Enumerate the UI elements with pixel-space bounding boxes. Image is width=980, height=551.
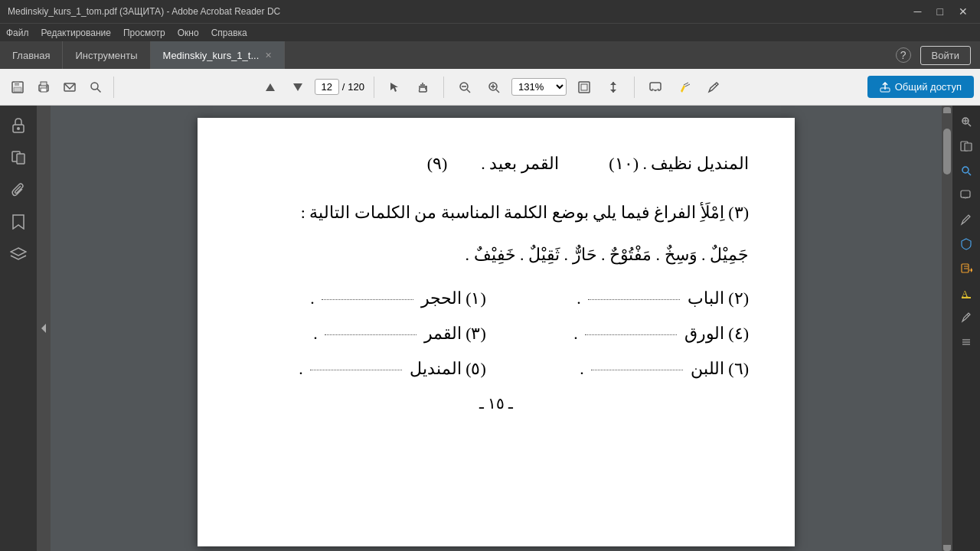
main-area: المنديل نظيف . (١٠) القمر بعيد . (٩) (٣)… bbox=[0, 106, 980, 551]
svg-marker-50 bbox=[971, 268, 972, 272]
toolbar-separator-2 bbox=[374, 77, 374, 98]
menu-edit[interactable]: Редактирование bbox=[41, 28, 111, 38]
right-more-icon[interactable] bbox=[955, 331, 978, 354]
search-button[interactable] bbox=[84, 77, 107, 97]
tabbar: Главная Инструменты Medinskiy_kurs_1_t..… bbox=[0, 41, 980, 69]
menu-window[interactable]: Окно bbox=[178, 28, 199, 38]
svg-rect-45 bbox=[961, 191, 970, 197]
tab-tools-label: Инструменты bbox=[75, 50, 137, 61]
svg-line-28 bbox=[715, 84, 717, 86]
menu-file[interactable]: Файл bbox=[6, 28, 29, 38]
menu-view[interactable]: Просмотр bbox=[123, 28, 165, 38]
prev-page-button[interactable] bbox=[260, 78, 281, 96]
svg-line-53 bbox=[967, 315, 969, 316]
svg-line-27 bbox=[685, 84, 690, 86]
toolbar-separator-3 bbox=[443, 77, 444, 98]
right-draw-icon[interactable] bbox=[955, 306, 978, 329]
sidebar-layers-icon[interactable] bbox=[5, 240, 32, 268]
zoom-out-button[interactable] bbox=[453, 77, 476, 97]
svg-rect-33 bbox=[17, 154, 24, 164]
next-page-button[interactable] bbox=[287, 78, 309, 96]
pdf-word-list: جَمِيْلٌ . وَسِخٌ . مَفْتُوْحٌ . حَارٌّ … bbox=[243, 240, 749, 270]
titlebar-title: Medinskiy_kurs_1_tom.pdf (ЗАЩИТА) - Adob… bbox=[8, 6, 280, 17]
svg-rect-52 bbox=[962, 297, 971, 298]
pdf-page-number: ـ ١٥ ـ bbox=[243, 394, 749, 412]
restore-button[interactable]: □ bbox=[933, 5, 948, 18]
right-fill-icon[interactable] bbox=[955, 208, 978, 231]
svg-marker-23 bbox=[610, 82, 616, 85]
tab-right-area: ? Войти bbox=[887, 41, 980, 69]
sidebar-lock-icon[interactable] bbox=[5, 112, 32, 139]
zoom-select[interactable]: 131% 100% 75% 150% bbox=[511, 78, 567, 96]
svg-point-8 bbox=[91, 83, 98, 90]
email-button[interactable] bbox=[58, 77, 81, 97]
zoom-in-button[interactable] bbox=[482, 77, 505, 97]
share-button[interactable]: Общий доступ bbox=[867, 76, 974, 98]
minimize-button[interactable]: ─ bbox=[910, 5, 926, 18]
comment-button[interactable] bbox=[644, 77, 667, 97]
tab-doc[interactable]: Medinskiy_kurs_1_t... ✕ bbox=[151, 41, 286, 69]
total-pages: 120 bbox=[348, 81, 364, 93]
pdf-item-5: (٥) المنديل . bbox=[243, 359, 486, 379]
right-zoom-icon[interactable] bbox=[955, 110, 978, 133]
svg-point-43 bbox=[962, 167, 969, 173]
right-protect-icon[interactable] bbox=[955, 233, 978, 256]
titlebar: Medinskiy_kurs_1_tom.pdf (ЗАЩИТА) - Adob… bbox=[0, 0, 980, 23]
svg-rect-25 bbox=[650, 83, 661, 90]
print-button[interactable] bbox=[32, 77, 55, 97]
svg-point-6 bbox=[46, 86, 47, 87]
toolbar: / 120 131% 100% 75% 150% bbox=[0, 69, 980, 106]
help-icon[interactable]: ? bbox=[896, 47, 911, 63]
page-nav: / 120 bbox=[315, 79, 364, 95]
svg-rect-42 bbox=[965, 143, 972, 151]
viewer-area[interactable]: المنديل نظيف . (١٠) القمر بعيد . (٩) (٣)… bbox=[51, 106, 942, 551]
page-separator: / bbox=[342, 81, 345, 93]
svg-marker-10 bbox=[266, 83, 275, 91]
svg-line-44 bbox=[969, 173, 972, 176]
right-search-icon[interactable] bbox=[955, 159, 978, 182]
viewer-scrollbar[interactable] bbox=[942, 106, 952, 551]
highlight-button[interactable] bbox=[673, 77, 696, 97]
pdf-items-row-2: (٤) الورق . (٣) القمر . bbox=[243, 324, 749, 344]
menu-help[interactable]: Справка bbox=[211, 28, 247, 38]
scroll-left-arrow[interactable] bbox=[37, 106, 51, 551]
svg-line-19 bbox=[496, 90, 499, 93]
page-input[interactable] bbox=[315, 79, 339, 95]
menubar: Файл Редактирование Просмотр Окно Справк… bbox=[0, 23, 980, 41]
svg-rect-1 bbox=[15, 82, 19, 86]
tab-tools[interactable]: Инструменты bbox=[63, 41, 150, 69]
sidebar-pages-icon[interactable] bbox=[5, 144, 32, 171]
login-button[interactable]: Войти bbox=[920, 46, 971, 65]
svg-point-31 bbox=[17, 127, 20, 130]
svg-marker-36 bbox=[41, 324, 46, 333]
titlebar-controls: ─ □ ✕ bbox=[910, 5, 972, 18]
scrollbar-thumb[interactable] bbox=[943, 129, 951, 174]
draw-button[interactable] bbox=[702, 77, 725, 97]
pdf-items-row-1: (٢) الباب . (١) الحجر . bbox=[243, 289, 749, 308]
right-comment-icon[interactable] bbox=[955, 184, 978, 207]
fit-page-button[interactable] bbox=[573, 77, 596, 97]
save-button[interactable] bbox=[6, 77, 29, 97]
right-export-icon[interactable] bbox=[955, 257, 978, 280]
pdf-item-2: (٢) الباب . bbox=[506, 289, 749, 308]
select-tool-button[interactable] bbox=[384, 78, 405, 96]
tab-close-icon[interactable]: ✕ bbox=[265, 51, 272, 60]
svg-line-9 bbox=[97, 89, 101, 93]
svg-line-26 bbox=[684, 83, 688, 85]
tab-home-label: Главная bbox=[12, 50, 50, 61]
scroll-mode-button[interactable] bbox=[602, 77, 625, 97]
share-label: Общий доступ bbox=[895, 81, 962, 93]
pdf-item-3: (٣) القمر . bbox=[243, 324, 486, 344]
left-sidebar bbox=[0, 106, 37, 551]
svg-marker-34 bbox=[13, 215, 24, 229]
toolbar-separator-1 bbox=[113, 77, 114, 98]
right-pages-icon[interactable] bbox=[955, 135, 978, 158]
tab-home[interactable]: Главная bbox=[0, 41, 63, 69]
hand-tool-button[interactable] bbox=[411, 77, 434, 97]
sidebar-bookmark-icon[interactable] bbox=[5, 208, 32, 236]
close-button[interactable]: ✕ bbox=[954, 5, 972, 18]
svg-rect-21 bbox=[581, 84, 587, 90]
right-highlight-icon[interactable]: A bbox=[955, 282, 978, 305]
sidebar-attachment-icon[interactable] bbox=[5, 176, 32, 204]
pdf-line-1: المنديل نظيف . (١٠) القمر بعيد . (٩) bbox=[243, 148, 749, 179]
